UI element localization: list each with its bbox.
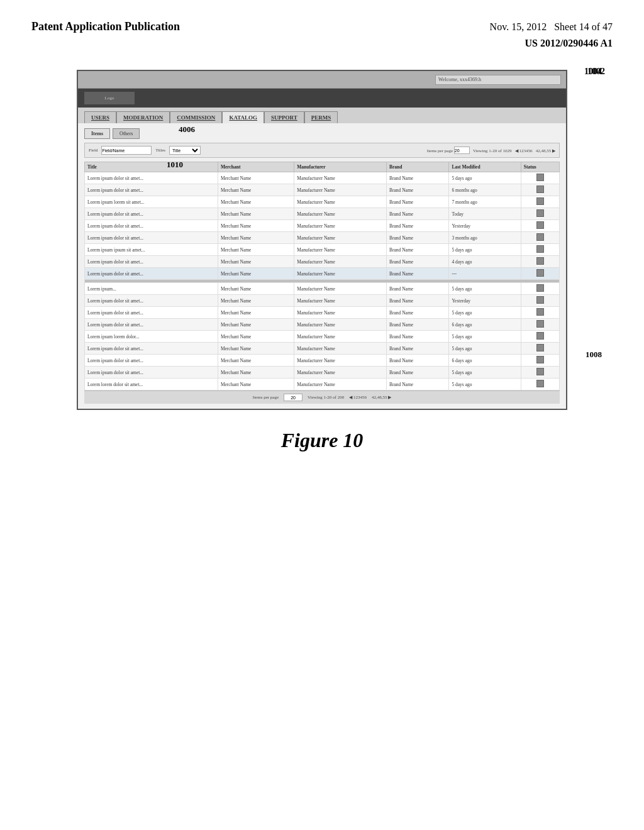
prev-btn[interactable]: ◀ 123456	[515, 148, 533, 153]
nav-item-support[interactable]: SUPPORT	[264, 111, 304, 123]
cell-manufacturer: Manufacturer Name	[294, 256, 387, 268]
cell-merchant: Merchant Name	[218, 256, 294, 268]
cell-merchant: Merchant Name	[218, 268, 294, 280]
action-icon	[536, 221, 544, 229]
bottom-pagination[interactable]: Items per page Viewing 1-20 of 200 ◀ 123…	[84, 390, 560, 404]
table-row[interactable]: Lorem ipsum lorem dolor... Merchant Name…	[85, 331, 560, 343]
ref-4006-label: 4006	[179, 124, 195, 135]
action-icon	[536, 344, 544, 351]
ref-1008-label: 1008	[586, 350, 602, 360]
table-row[interactable]: Lorem ipsum... Merchant Name Manufacture…	[85, 283, 560, 295]
cell-manufacturer: Manufacturer Name	[294, 172, 387, 184]
cell-brand: Brand Name	[387, 172, 449, 184]
cell-modified: Yesterday	[449, 220, 521, 232]
cell-brand: Brand Name	[387, 343, 449, 355]
table-row[interactable]: Lorem ipsum dolor sit amet... Merchant N…	[85, 355, 560, 367]
cell-manufacturer: Manufacturer Name	[294, 343, 387, 355]
cell-title: Lorem ipsum dolor sit amet...	[85, 184, 218, 196]
cell-status[interactable]	[521, 208, 559, 220]
cell-modified: 5 days ago	[449, 307, 521, 319]
bottom-items-input[interactable]	[284, 394, 303, 401]
table-row[interactable]: Lorem ipsum dolor sit amet... Merchant N…	[85, 295, 560, 307]
cell-merchant: Merchant Name	[218, 283, 294, 295]
nav-item-katalog[interactable]: KATALOG	[222, 111, 264, 123]
cell-status[interactable]	[521, 256, 559, 268]
figure-caption: Figure 10	[281, 429, 364, 452]
table-row[interactable]: Lorem ipsum dolor sit amet... Merchant N…	[85, 319, 560, 331]
action-icon	[536, 380, 544, 387]
cell-status[interactable]	[521, 283, 559, 295]
title-select[interactable]: Title	[169, 146, 201, 155]
filter-row[interactable]: Field Titles Title 1010 Items per page V…	[84, 143, 560, 158]
bottom-next-btn[interactable]: 42,48,55 ▶	[372, 395, 391, 400]
cell-status[interactable]	[521, 307, 559, 319]
cell-status[interactable]	[521, 355, 559, 367]
cell-merchant: Merchant Name	[218, 244, 294, 256]
cell-manufacturer: Manufacturer Name	[294, 331, 387, 343]
cell-brand: Brand Name	[387, 295, 449, 307]
field-input[interactable]	[101, 146, 152, 155]
cell-status[interactable]	[521, 184, 559, 196]
address-bar: Welcome, xxx4369.h	[435, 75, 561, 85]
col-status: Status	[521, 162, 559, 172]
cell-status[interactable]	[521, 295, 559, 307]
sub-tab-others[interactable]: Others	[113, 128, 140, 139]
cell-title: Lorem ipsum lorem dolor...	[85, 331, 218, 343]
cell-status[interactable]	[521, 367, 559, 379]
action-icon	[536, 245, 544, 253]
cell-status[interactable]	[521, 268, 559, 280]
col-manufacturer: Manufacturer	[294, 162, 387, 172]
cell-merchant: Merchant Name	[218, 367, 294, 379]
table-row[interactable]: Lorem ipsum dolor sit amet... Merchant N…	[85, 367, 560, 379]
sub-tabs[interactable]: Items Others	[84, 128, 560, 139]
table-row[interactable]: Lorem ipsum dolor sit amet... Merchant N…	[85, 184, 560, 196]
cell-brand: Brand Name	[387, 232, 449, 244]
col-merchant: Merchant	[218, 162, 294, 172]
nav-item-perms[interactable]: PERMS	[304, 111, 338, 123]
mockup-wrapper: 1002 1004 1008 Welcome, xxx4369.h Logo U…	[77, 64, 567, 410]
patent-title: Patent Application Publication	[31, 19, 180, 35]
table-row[interactable]: Lorem ipsum dolor sit amet... Merchant N…	[85, 232, 560, 244]
cell-status[interactable]	[521, 220, 559, 232]
cell-title: Lorem ipsum lorem sit amet...	[85, 196, 218, 208]
table-row[interactable]: Lorem ipsum dolor sit amet... Merchant N…	[85, 343, 560, 355]
col-modified: Last Modified	[449, 162, 521, 172]
cell-status[interactable]	[521, 343, 559, 355]
next-btn[interactable]: 42,48,55 ▶	[536, 148, 555, 153]
cell-modified: 5 days ago	[449, 367, 521, 379]
table-row[interactable]: Lorem ipsum dolor sit amet... Merchant N…	[85, 208, 560, 220]
table-row[interactable]: Lorem ipsum ipsum sit amet... Merchant N…	[85, 244, 560, 256]
cell-status[interactable]	[521, 331, 559, 343]
cell-brand: Brand Name	[387, 244, 449, 256]
patent-meta: Nov. 15, 2012 Sheet 14 of 47 US 2012/029…	[490, 19, 613, 51]
table-row[interactable]: Lorem ipsum dolor sit amet... Merchant N…	[85, 220, 560, 232]
cell-brand: Brand Name	[387, 379, 449, 390]
nav-item-moderation[interactable]: MODERATION	[116, 111, 170, 123]
pub-number: US 2012/0290446 A1	[525, 38, 613, 48]
cell-manufacturer: Manufacturer Name	[294, 232, 387, 244]
cell-status[interactable]	[521, 244, 559, 256]
cell-merchant: Merchant Name	[218, 295, 294, 307]
table-row[interactable]: Lorem lorem dolor sit amet... Merchant N…	[85, 379, 560, 390]
cell-status[interactable]	[521, 319, 559, 331]
action-icon	[536, 174, 544, 181]
bottom-prev-btn[interactable]: ◀ 123456	[349, 395, 367, 400]
table-row[interactable]: Lorem ipsum dolor sit amet... Merchant N…	[85, 268, 560, 280]
table-row[interactable]: Lorem ipsum dolor sit amet... Merchant N…	[85, 172, 560, 184]
cell-modified: 5 days ago	[449, 331, 521, 343]
cell-merchant: Merchant Name	[218, 343, 294, 355]
main-nav[interactable]: USERS MODERATION COMMISSION KATALOG SUPP…	[78, 108, 566, 123]
table-row[interactable]: Lorem ipsum lorem sit amet... Merchant N…	[85, 196, 560, 208]
sub-tab-items[interactable]: Items	[84, 128, 110, 139]
table-row[interactable]: Lorem ipsum dolor sit amet... Merchant N…	[85, 256, 560, 268]
cell-manufacturer: Manufacturer Name	[294, 220, 387, 232]
nav-item-users[interactable]: USERS	[84, 111, 116, 123]
cell-status[interactable]	[521, 172, 559, 184]
cell-modified: 5 days ago	[449, 343, 521, 355]
cell-status[interactable]	[521, 379, 559, 390]
cell-status[interactable]	[521, 196, 559, 208]
cell-merchant: Merchant Name	[218, 184, 294, 196]
nav-item-commission[interactable]: COMMISSION	[170, 111, 222, 123]
cell-status[interactable]	[521, 232, 559, 244]
table-row[interactable]: Lorem ipsum dolor sit amet... Merchant N…	[85, 307, 560, 319]
